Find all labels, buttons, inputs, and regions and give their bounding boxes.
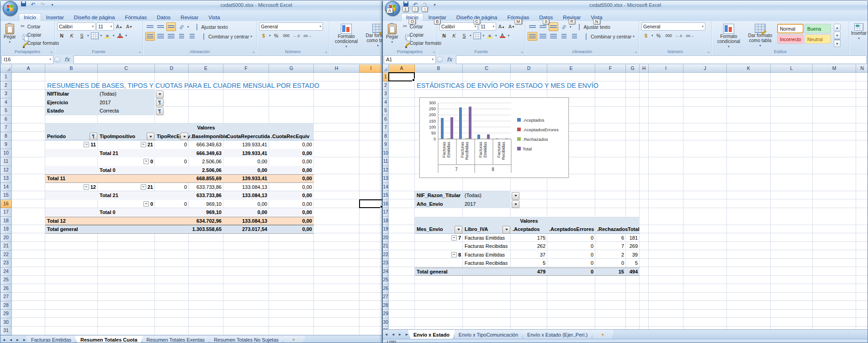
cell-G19[interactable]: 0,00 [269, 225, 314, 234]
cell-E22[interactable]: 0 [547, 251, 595, 259]
row-18-header[interactable]: 18 [0, 217, 12, 225]
row-26-header[interactable]: 26 [383, 284, 389, 293]
row-2-header[interactable]: 2 [383, 81, 389, 90]
fill-color-button[interactable]: ◆ [485, 32, 494, 40]
cell-E10[interactable]: 666.349,63 [189, 149, 223, 158]
formula-input[interactable] [456, 55, 867, 64]
col-G-header[interactable]: G [269, 64, 314, 73]
align-left-button[interactable] [145, 32, 155, 41]
field-filter-button-TipoRecEquiv[interactable] [180, 133, 188, 140]
tabs-nav-prev-button[interactable]: ◄ [390, 330, 397, 339]
cell-G21[interactable]: 269 [626, 242, 640, 251]
row-16-header[interactable]: 16 [0, 200, 12, 209]
align-center-button[interactable] [538, 32, 548, 41]
align-bottom-button[interactable] [166, 22, 176, 31]
cell-F12[interactable]: 0,00 [223, 166, 269, 175]
row-20-header[interactable]: 20 [383, 234, 389, 242]
cell-C10[interactable]: Total 21 [98, 149, 155, 158]
increase-decimal-button[interactable]: ←.0 [292, 32, 301, 40]
col-J-header[interactable]: J [683, 64, 727, 73]
cell-D22[interactable]: 37 [511, 251, 547, 259]
cell-D16[interactable]: 0 [155, 200, 189, 209]
insert-function-button[interactable]: fx [444, 56, 455, 63]
field-filter-button-Periodo[interactable] [90, 133, 97, 140]
row-5-header[interactable]: 5 [0, 107, 12, 115]
grow-font-button[interactable]: A▲ [497, 22, 506, 31]
cell-G20[interactable]: 181 [626, 234, 640, 242]
col-A-header[interactable]: A [389, 64, 415, 73]
cell-F10[interactable]: 139.933,41 [223, 149, 269, 158]
orientation-button[interactable]: ab [177, 22, 186, 31]
cell-C16[interactable]: −0 [98, 200, 155, 209]
row-3-header[interactable]: 3 [0, 90, 12, 98]
collapse-button[interactable]: − [84, 142, 89, 147]
col-C-header[interactable]: C [98, 64, 155, 73]
style-incorrecto[interactable]: Incorrecto [777, 34, 804, 44]
cell-C23[interactable]: Facturas Recibidas [463, 259, 511, 268]
row-17-header[interactable]: 17 [383, 208, 389, 217]
bold-button[interactable]: N [57, 32, 66, 40]
row-15-header[interactable]: 15 [383, 191, 389, 200]
align-top-button[interactable] [528, 22, 537, 31]
col-K-header[interactable]: K [727, 64, 771, 73]
number-format-combo[interactable]: General▾ [641, 22, 705, 31]
col-F-header[interactable]: F [223, 64, 269, 73]
row-11-header[interactable]: 11 [0, 157, 12, 166]
ribbon-tab-inicio[interactable]: InicioO [401, 13, 423, 21]
sheet-tab-env-o-x-estado[interactable]: Envío x Estado [408, 330, 455, 339]
col-I-header[interactable]: I [649, 64, 683, 73]
wrap-text-button[interactable]: Ajustar texto [193, 23, 229, 31]
alineacion-dialog-launcher[interactable]: ↘ [634, 50, 638, 54]
name-box[interactable]: A1▾ [384, 55, 436, 64]
row-23-header[interactable]: 23 [383, 259, 389, 268]
grow-font-button[interactable]: A▲ [115, 22, 124, 31]
portapapeles-dialog-launcher[interactable]: ↘ [432, 50, 436, 54]
col-M-header[interactable]: M [813, 64, 856, 73]
cell-C21[interactable]: Facturas Recibidas [463, 242, 511, 251]
embedded-chart[interactable]: 050100150200250300FacturasEmitidasFactur… [419, 97, 569, 178]
cell-G23[interactable]: 5 [626, 259, 640, 268]
font-size-combo[interactable]: 11▾ [96, 22, 114, 31]
name-box[interactable]: I16▾ [1, 55, 53, 64]
col-H-header[interactable]: H [314, 64, 360, 73]
row-30-header[interactable]: 30 [383, 318, 389, 327]
cell-E16[interactable]: 969,10 [189, 200, 223, 209]
row-24-header[interactable]: 24 [0, 268, 12, 276]
office-button[interactable]: A [385, 1, 400, 16]
cell-G15[interactable]: 0,00 [269, 191, 314, 200]
copy-button[interactable]: Copiar [19, 31, 60, 38]
fuente-dialog-launcher[interactable]: ↘ [520, 50, 524, 54]
row-16-header[interactable]: 16 [383, 200, 389, 209]
row-13-header[interactable]: 13 [0, 174, 12, 183]
portapapeles-dialog-launcher[interactable]: ↘ [49, 50, 53, 54]
borders-button[interactable] [472, 32, 482, 40]
namebox-split-handle[interactable] [437, 57, 443, 63]
shrink-font-button[interactable]: A▼ [125, 22, 134, 31]
insert-worksheet-tab[interactable]: ✶ [591, 330, 614, 339]
row-20-header[interactable]: 20 [0, 234, 12, 242]
col-L-header[interactable]: L [771, 64, 813, 73]
qat-customize-button[interactable]: ▾ [48, 1, 56, 9]
cell-G9[interactable]: 0,00 [269, 140, 314, 149]
filter-button-Ejercicio[interactable] [156, 99, 164, 107]
ribbon-tab-vista[interactable]: Vista [203, 13, 225, 21]
italic-button[interactable]: K [67, 32, 76, 40]
accounting-format-button[interactable]: $ [641, 32, 651, 40]
row-3-header[interactable]: 3 [383, 90, 389, 98]
cell-F15[interactable]: 133.084,13 [223, 191, 269, 200]
cell-F9[interactable]: 139.933,41 [223, 140, 269, 149]
cell-C17[interactable]: Total 0 [98, 208, 155, 217]
row-5-header[interactable]: 5 [383, 107, 389, 115]
collapse-button[interactable]: − [451, 252, 457, 257]
align-right-button[interactable] [549, 32, 558, 41]
ribbon-tab-datos[interactable]: DatosS [534, 13, 558, 21]
format-as-table-button[interactable]: Dar formato como tabla▾ [363, 22, 382, 50]
row-6-header[interactable]: 6 [383, 115, 389, 124]
font-family-combo[interactable]: Calibri▾ [57, 22, 95, 31]
row-25-header[interactable]: 25 [383, 276, 389, 284]
ribbon-tab-diseno[interactable]: Diseño de páginaC [451, 13, 503, 21]
cell-E14[interactable]: 633.733,86 [189, 183, 223, 192]
cell-F23[interactable]: 0 [595, 259, 626, 268]
row-10-header[interactable]: 10 [383, 149, 389, 158]
redo-button[interactable]: ↷3 [421, 1, 429, 9]
